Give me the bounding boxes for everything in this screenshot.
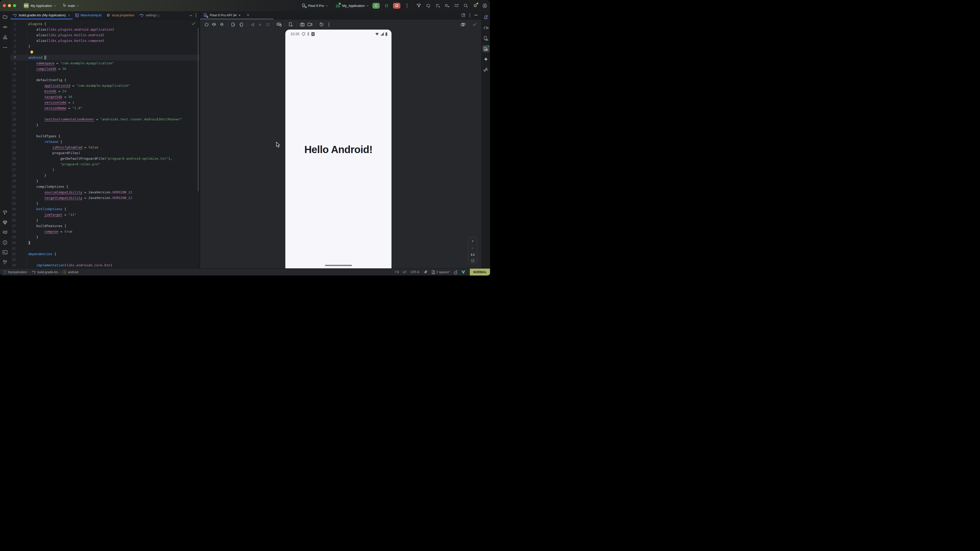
project-widget[interactable]: MA My Application: [24, 3, 56, 8]
emulator-more-button[interactable]: [326, 21, 332, 27]
new-device-tab-button[interactable]: +: [247, 13, 249, 18]
build-button[interactable]: [416, 3, 422, 8]
breadcrumb-file[interactable]: build.gradle.kts: [32, 270, 58, 274]
line-number[interactable]: 30: [10, 184, 16, 189]
breadcrumb-element[interactable]: λ android: [62, 270, 78, 274]
line-number[interactable]: 22: [10, 139, 16, 144]
more-actions-button[interactable]: [404, 3, 410, 8]
search-everywhere-button[interactable]: [463, 3, 469, 8]
stop-button[interactable]: [393, 3, 401, 9]
line-number[interactable]: 25: [10, 156, 16, 162]
line-number[interactable]: 12: [10, 83, 16, 89]
more-tool-windows-button[interactable]: [2, 44, 9, 51]
line-number[interactable]: 29: [10, 178, 16, 184]
power-button[interactable]: [204, 21, 210, 27]
rerun-button[interactable]: [372, 3, 380, 9]
breadcrumb-module[interactable]: MyApplication: [3, 270, 27, 274]
line-number[interactable]: 7: [10, 55, 16, 60]
maximize-window-button[interactable]: [13, 4, 16, 7]
line-number[interactable]: 8: [10, 60, 16, 66]
line-number[interactable]: 28: [10, 173, 16, 178]
line-number[interactable]: 23: [10, 144, 16, 150]
line-number[interactable]: 19: [10, 122, 16, 128]
commit-tool-button[interactable]: [2, 24, 9, 30]
line-number[interactable]: 16: [10, 105, 16, 111]
line-number[interactable]: 33: [10, 201, 16, 206]
zoom-ratio-button[interactable]: 1:1: [471, 253, 475, 256]
close-tab-icon[interactable]: ×: [239, 13, 241, 17]
terminal-tool-button[interactable]: [2, 249, 9, 256]
home-button[interactable]: ○: [257, 21, 263, 27]
panel-options-button[interactable]: [469, 13, 470, 17]
running-devices-tool-button[interactable]: [482, 45, 490, 52]
hardware-input-button[interactable]: [276, 21, 282, 27]
code-editor[interactable]: 1plugins {2 alias(libs.plugins.android.a…: [10, 20, 200, 268]
profile-button[interactable]: [482, 3, 487, 8]
navigation-pill[interactable]: [325, 265, 352, 266]
line-number[interactable]: 26: [10, 162, 16, 167]
quickfix-lightbulb-icon[interactable]: [30, 51, 33, 53]
tab-options-button[interactable]: [196, 13, 197, 17]
line-number[interactable]: 21: [10, 133, 16, 139]
line-number[interactable]: 41: [10, 246, 16, 251]
rotate-left-button[interactable]: [230, 21, 236, 27]
ideavim-icon[interactable]: [461, 270, 465, 274]
line-number[interactable]: 3: [10, 32, 16, 38]
inspections-ok-icon[interactable]: [192, 22, 196, 25]
gemini-disabled-icon[interactable]: [423, 270, 428, 274]
close-tab-icon[interactable]: ×: [68, 13, 70, 17]
screen-record-button[interactable]: [307, 21, 313, 27]
line-number[interactable]: 1: [10, 21, 16, 27]
line-number[interactable]: 35: [10, 212, 16, 218]
line-number[interactable]: 6: [10, 49, 16, 55]
line-number[interactable]: 39: [10, 234, 16, 240]
line-number[interactable]: 2: [10, 27, 16, 32]
plane-tool-button[interactable]: [482, 66, 490, 73]
emulator-screen[interactable]: 10:20 A Hello Android!: [285, 30, 391, 268]
line-number[interactable]: 34: [10, 206, 16, 212]
line-number[interactable]: 24: [10, 150, 16, 156]
zoom-out-button[interactable]: −: [471, 246, 474, 250]
attach-debugger-button[interactable]: [444, 3, 450, 8]
gradle-tool-button[interactable]: [482, 24, 490, 32]
branch-widget[interactable]: main: [62, 3, 79, 8]
volume-up-button[interactable]: [211, 21, 217, 27]
minimize-window-button[interactable]: [8, 4, 11, 7]
reset-view-button[interactable]: [318, 21, 325, 27]
line-number[interactable]: 10: [10, 72, 16, 77]
editor-scrollbar[interactable]: [197, 28, 199, 191]
caret-position[interactable]: 7:9: [395, 270, 399, 274]
line-number[interactable]: 20: [10, 128, 16, 133]
close-window-button[interactable]: [3, 4, 6, 7]
line-number[interactable]: 5: [10, 44, 16, 49]
debug-button[interactable]: [383, 3, 389, 8]
tab-build-gradle[interactable]: build.gradle.kts (My Application) ×: [10, 11, 73, 19]
version-control-tool-button[interactable]: [2, 259, 9, 266]
emulator-device-tab[interactable]: Pixel 9 Pro API 34 ×: [200, 13, 243, 17]
fit-to-window-button[interactable]: [471, 259, 474, 262]
notifications-tool-button[interactable]: [482, 14, 490, 21]
vim-mode-badge[interactable]: NORMAL: [470, 268, 490, 275]
device-settings-button[interactable]: ⚙: [288, 21, 294, 27]
open-in-new-window-button[interactable]: [461, 13, 465, 17]
hide-panel-button[interactable]: [474, 15, 478, 16]
tab-local-properties[interactable]: ⚙ local.properties: [104, 11, 137, 19]
line-number[interactable]: 36: [10, 218, 16, 223]
device-manager-tool-button[interactable]: [482, 35, 490, 42]
rotate-right-button[interactable]: [238, 21, 244, 27]
line-number[interactable]: 42: [10, 251, 16, 257]
line-number[interactable]: 43: [10, 257, 16, 262]
run-configuration-selector[interactable]: My_Application: [335, 3, 369, 8]
line-number[interactable]: 15: [10, 100, 16, 105]
gemini-tool-button[interactable]: [482, 56, 490, 63]
screenshot-search-button[interactable]: [460, 21, 466, 27]
apply-code-changes-button[interactable]: [434, 3, 440, 8]
line-separator[interactable]: LF: [403, 270, 407, 274]
build-tool-button[interactable]: [2, 209, 9, 216]
volume-down-button[interactable]: [219, 21, 225, 27]
line-number[interactable]: 37: [10, 223, 16, 229]
line-number[interactable]: 4: [10, 38, 16, 44]
line-number[interactable]: 27: [10, 167, 16, 173]
device-selector[interactable]: Pixel 9 Pro: [302, 3, 328, 8]
line-number[interactable]: 11: [10, 77, 16, 83]
